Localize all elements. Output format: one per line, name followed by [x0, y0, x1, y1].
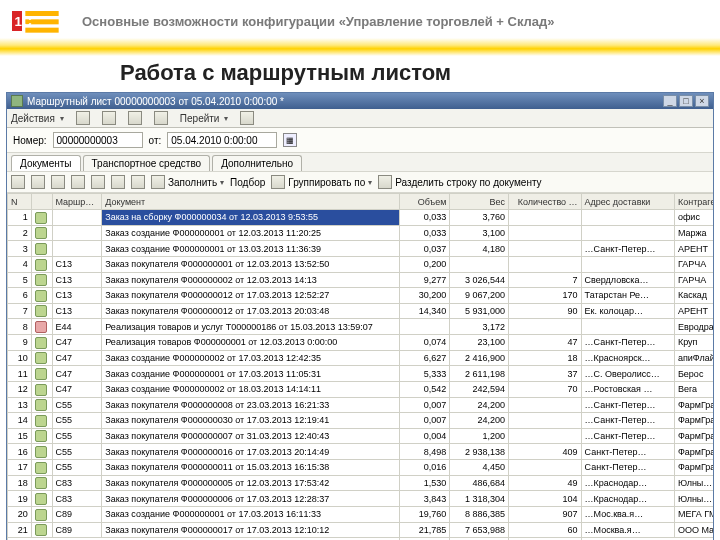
col-route[interactable]: Маршр…: [52, 194, 102, 210]
table-row[interactable]: 2Заказ создание Ф000000001 от 12.03.2013…: [8, 225, 714, 241]
toolbar-icon-3[interactable]: [128, 111, 142, 125]
table-row[interactable]: 6С13Заказ покупателя Ф000000012 от 17.03…: [8, 288, 714, 304]
slide-header: 1C Основные возможности конфигурации «Уп…: [0, 0, 720, 38]
col-weight[interactable]: Вес: [450, 194, 509, 210]
tabs: Документы Транспортное средство Дополнит…: [7, 153, 713, 171]
row-status-icon: [35, 352, 47, 364]
col-icon[interactable]: [31, 194, 52, 210]
row-status-icon: [35, 399, 47, 411]
table-row[interactable]: 18С83Заказ покупателя Ф000000005 от 12.0…: [8, 475, 714, 491]
col-document[interactable]: Документ: [102, 194, 400, 210]
col-contractor[interactable]: Контрагент / Ск…: [674, 194, 713, 210]
table-row[interactable]: 9С47Реализация товаров Ф000000001 от 12.…: [8, 335, 714, 351]
row-status-icon: [35, 462, 47, 474]
form-header-row: Номер: 00000000003 от: 05.04.2010 0:00:0…: [7, 128, 713, 153]
split-icon: [378, 175, 392, 189]
row-status-icon: [35, 384, 47, 396]
table-row[interactable]: 19С83Заказ покупателя Ф000000006 от 17.0…: [8, 491, 714, 507]
toolbar-icon-2[interactable]: [102, 111, 116, 125]
table-row[interactable]: 21С89Заказ покупателя Ф000000017 от 17.0…: [8, 522, 714, 538]
documents-grid: N Маршр… Документ Объем Вес Количество ……: [7, 193, 713, 540]
table-row[interactable]: 11С47Заказ создание Ф000000001 от 17.03.…: [8, 366, 714, 382]
number-input[interactable]: 00000000003: [53, 132, 143, 148]
logo-1c: 1C: [12, 6, 62, 36]
menu-actions[interactable]: Действия: [11, 113, 64, 124]
col-volume[interactable]: Объем: [400, 194, 450, 210]
row-status-icon: [35, 321, 47, 333]
tb-edit-icon[interactable]: [51, 175, 65, 189]
table-row[interactable]: 5С13Заказ покупателя Ф000000002 от 12.03…: [8, 272, 714, 288]
row-status-icon: [35, 430, 47, 442]
col-address[interactable]: Адрес доставки: [581, 194, 674, 210]
table-row[interactable]: 3Заказ создание Ф000000001 от 13.03.2013…: [8, 241, 714, 257]
row-status-icon: [35, 337, 47, 349]
row-status-icon: [35, 227, 47, 239]
subtitle: Основные возможности конфигурации «Управ…: [82, 14, 555, 29]
row-status-icon: [35, 290, 47, 302]
svg-text:1C: 1C: [15, 14, 32, 29]
row-status-icon: [35, 493, 47, 505]
row-status-icon: [35, 243, 47, 255]
table-row[interactable]: 8Е44Реализация товаров и услуг Т00000018…: [8, 319, 714, 335]
table-row[interactable]: 1Заказ на сборку Ф000000034 от 12.03.201…: [8, 210, 714, 226]
row-status-icon: [35, 415, 47, 427]
tab-documents[interactable]: Документы: [11, 155, 81, 171]
close-button[interactable]: ×: [695, 95, 709, 107]
row-status-icon: [35, 274, 47, 286]
tb-sort-icon[interactable]: [131, 175, 145, 189]
window-title: Маршрутный лист 00000000003 от 05.04.201…: [27, 96, 284, 107]
table-row[interactable]: 12С47Заказ создание Ф000000002 от 18.03.…: [8, 381, 714, 397]
menu-go[interactable]: Перейти: [180, 113, 229, 124]
number-label: Номер:: [13, 135, 47, 146]
titlebar: Маршрутный лист 00000000003 от 05.04.201…: [7, 93, 713, 109]
form-icon: [11, 95, 23, 107]
grid-toolbar: Заполнить Подбор Группировать по Раздели…: [7, 171, 713, 193]
col-qty[interactable]: Количество …: [509, 194, 582, 210]
table-row[interactable]: 10С47Заказ создание Ф000000002 от 17.03.…: [8, 350, 714, 366]
tab-transport[interactable]: Транспортное средство: [83, 155, 211, 171]
row-status-icon: [35, 477, 47, 489]
page-title: Работа с маршрутным листом: [0, 56, 720, 92]
tb-select[interactable]: Подбор: [230, 177, 265, 188]
row-status-icon: [35, 446, 47, 458]
tb-fill[interactable]: Заполнить: [151, 175, 224, 189]
tb-group[interactable]: Группировать по: [271, 175, 372, 189]
tb-split[interactable]: Разделить строку по документу: [378, 175, 541, 189]
table-row[interactable]: 13С55Заказ покупателя Ф000000008 от 23.0…: [8, 397, 714, 413]
tb-delete-icon[interactable]: [71, 175, 85, 189]
tb-add-icon[interactable]: [11, 175, 25, 189]
tb-copy-icon[interactable]: [31, 175, 45, 189]
row-status-icon: [35, 212, 47, 224]
tab-additional[interactable]: Дополнительно: [212, 155, 302, 171]
toolbar-icon-5[interactable]: [240, 111, 254, 125]
table-row[interactable]: 15С55Заказ покупателя Ф000000007 от 31.0…: [8, 428, 714, 444]
minimize-button[interactable]: _: [663, 95, 677, 107]
table-row[interactable]: 4С13Заказ покупателя Ф000000001 от 12.03…: [8, 256, 714, 272]
row-status-icon: [35, 368, 47, 380]
row-status-icon: [35, 305, 47, 317]
fill-icon: [151, 175, 165, 189]
table-row[interactable]: 14С55Заказ покупателя Ф000000030 от 17.0…: [8, 413, 714, 429]
app-window: Маршрутный лист 00000000003 от 05.04.201…: [6, 92, 714, 540]
table-row[interactable]: 20С89Заказ создание Ф000000001 от 17.03.…: [8, 506, 714, 522]
date-label: от:: [149, 135, 162, 146]
table-row[interactable]: 16С55Заказ покупателя Ф000000016 от 17.0…: [8, 444, 714, 460]
grid-wrap[interactable]: N Маршр… Документ Объем Вес Количество ……: [7, 193, 713, 540]
tb-up-icon[interactable]: [91, 175, 105, 189]
date-input[interactable]: 05.04.2010 0:00:00: [167, 132, 277, 148]
toolbar-icon-1[interactable]: [76, 111, 90, 125]
yellow-band: [0, 38, 720, 56]
group-icon: [271, 175, 285, 189]
row-status-icon: [35, 509, 47, 521]
calendar-icon[interactable]: ▦: [283, 133, 297, 147]
col-n[interactable]: N: [8, 194, 32, 210]
menubar: Действия Перейти: [7, 109, 713, 128]
table-row[interactable]: 17С55Заказ покупателя Ф000000011 от 15.0…: [8, 460, 714, 476]
row-status-icon: [35, 259, 47, 271]
row-status-icon: [35, 524, 47, 536]
toolbar-icon-4[interactable]: [154, 111, 168, 125]
table-row[interactable]: 7С13Заказ покупателя Ф000000012 от 17.03…: [8, 303, 714, 319]
tb-down-icon[interactable]: [111, 175, 125, 189]
restore-button[interactable]: □: [679, 95, 693, 107]
